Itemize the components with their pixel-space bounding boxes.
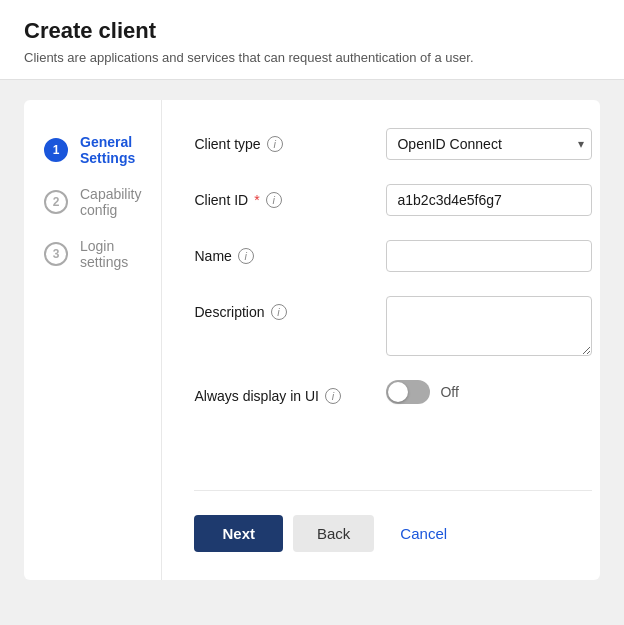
label-group-client-type: Client type i [194,128,374,152]
label-always-display: Always display in UI [194,388,319,404]
label-group-always-display: Always display in UI i [194,380,374,404]
page-title: Create client [24,18,600,44]
client-type-select[interactable]: OpenID Connect SAML [386,128,592,160]
select-wrapper-client-type: OpenID Connect SAML ▾ [386,128,592,160]
label-client-id: Client ID [194,192,248,208]
page-subtitle: Clients are applications and services th… [24,50,600,65]
label-description: Description [194,304,264,320]
toggle-always-display[interactable] [386,380,430,404]
sidebar-label-login: Login settings [80,238,141,270]
help-icon-client-id[interactable]: i [266,192,282,208]
label-group-name: Name i [194,240,374,264]
sidebar-label-capability: Capability config [80,186,141,218]
form-fields: Client type i OpenID Connect SAML ▾ Cl [194,128,592,480]
sidebar: 1 General Settings 2 Capability config 3… [24,100,162,580]
field-row-client-id: Client ID * i [194,184,592,216]
field-row-always-display: Always display in UI i Off [194,380,592,404]
label-group-client-id: Client ID * i [194,184,374,208]
toggle-knob [388,382,408,402]
step-num-3: 3 [44,242,68,266]
main-content: 1 General Settings 2 Capability config 3… [0,80,624,625]
client-id-input[interactable] [386,184,592,216]
help-icon-client-type[interactable]: i [267,136,283,152]
name-input[interactable] [386,240,592,272]
help-icon-always-display[interactable]: i [325,388,341,404]
field-row-description: Description i [194,296,592,356]
page-header: Create client Clients are applications a… [0,0,624,80]
back-button[interactable]: Back [293,515,374,552]
form-footer: Next Back Cancel [194,490,592,552]
label-name: Name [194,248,231,264]
toggle-group-always-display: Off [386,380,458,404]
required-star-client-id: * [254,192,259,208]
label-client-type: Client type [194,136,260,152]
sidebar-item-login-settings[interactable]: 3 Login settings [24,228,161,280]
field-row-name: Name i [194,240,592,272]
next-button[interactable]: Next [194,515,283,552]
sidebar-item-general-settings[interactable]: 1 General Settings [24,124,161,176]
help-icon-name[interactable]: i [238,248,254,264]
sidebar-label-general: General Settings [80,134,141,166]
cancel-button[interactable]: Cancel [384,515,463,552]
sidebar-item-capability-config[interactable]: 2 Capability config [24,176,161,228]
step-num-1: 1 [44,138,68,162]
label-group-description: Description i [194,296,374,320]
create-client-card: 1 General Settings 2 Capability config 3… [24,100,600,580]
step-num-2: 2 [44,190,68,214]
description-input[interactable] [386,296,592,356]
form-area: Client type i OpenID Connect SAML ▾ Cl [162,100,600,580]
help-icon-description[interactable]: i [271,304,287,320]
field-row-client-type: Client type i OpenID Connect SAML ▾ [194,128,592,160]
toggle-off-label: Off [440,384,458,400]
